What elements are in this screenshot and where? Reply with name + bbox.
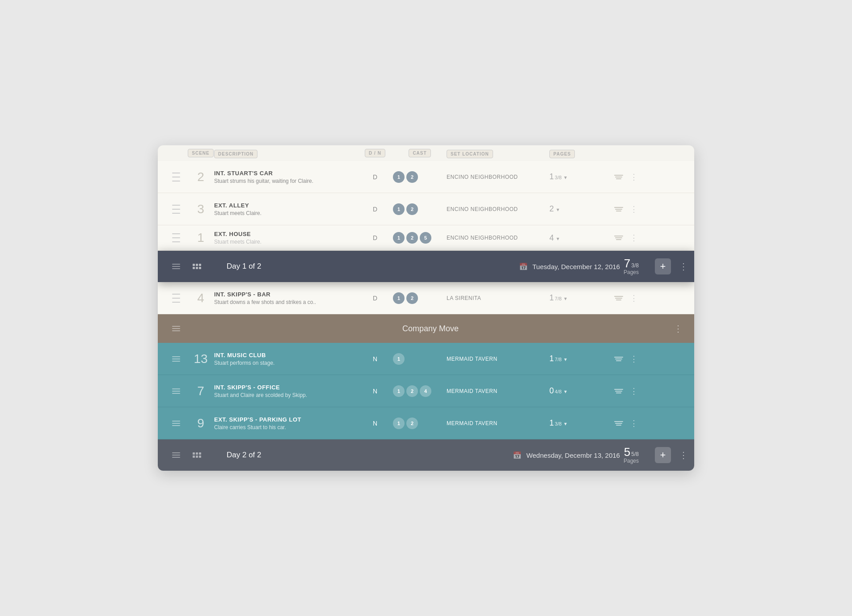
scene-description: Stuart meets Claire. (214, 239, 357, 245)
day2-pages-frac: 5/8 (631, 451, 639, 457)
more-options-button[interactable]: ⋮ (630, 354, 643, 364)
scene-info: EXT. ALLEY Stuart meets Claire. (214, 202, 357, 216)
pages-chevron[interactable]: ▾ (564, 295, 567, 302)
col-scene-header[interactable]: SCENE (187, 149, 214, 157)
scene-info: INT. SKIPP'S - BAR Stuart downs a few sh… (214, 291, 357, 305)
col-location-header[interactable]: SET LOCATION (447, 149, 549, 157)
cast-item[interactable]: 1 (393, 203, 405, 215)
day-more-options[interactable]: ⋮ (679, 261, 687, 272)
day-pages: 7 3/8 Pages (624, 257, 639, 275)
cast-list: 1 2 (393, 171, 447, 183)
day-night-value: N (357, 355, 393, 363)
layers-icon[interactable] (607, 207, 630, 211)
cast-item[interactable]: 2 (406, 418, 418, 429)
pages-main: 1 (549, 418, 554, 428)
pages-main: 4 (549, 233, 554, 243)
pages-chevron[interactable]: ▾ (564, 388, 567, 395)
cast-item[interactable]: 1 (393, 385, 405, 397)
cast-item[interactable]: 4 (420, 385, 431, 397)
day-label: Day 1 of 2 (227, 262, 498, 271)
layers-icon[interactable] (607, 175, 630, 179)
more-options-button[interactable]: ⋮ (630, 233, 643, 243)
pages-main: 1 (549, 172, 554, 181)
cast-item[interactable]: 1 (393, 171, 405, 183)
pages-cell: 4 ▾ (549, 233, 607, 243)
day-bar-2[interactable]: Day 2 of 2 📅 Wednesday, Decembr 13, 2016… (158, 439, 694, 471)
col-pages-header[interactable]: PAGES (549, 149, 607, 157)
drag-handle-company[interactable] (165, 326, 187, 331)
drag-handle[interactable] (165, 204, 187, 215)
cast-item[interactable]: 2 (406, 385, 418, 397)
day-night-value: D (357, 173, 393, 181)
layers-icon[interactable] (607, 357, 630, 361)
day2-pages-num: 5 (624, 446, 630, 458)
pages-chevron[interactable]: ▾ (564, 356, 567, 363)
cast-item[interactable]: 1 (393, 418, 405, 429)
scene-title: EXT. ALLEY (214, 202, 357, 209)
layers-icon[interactable] (607, 421, 630, 426)
pages-chevron[interactable]: ▾ (564, 421, 567, 427)
drag-handle-day[interactable] (165, 264, 187, 269)
day-bar-1[interactable]: ☜ Day 1 of 2 📅 Tuesday, December 12, 201… (158, 251, 694, 282)
scene-title: INT. STUART'S CAR (214, 170, 357, 177)
pages-main: 0 (549, 386, 554, 396)
location-value: ENCINO NEIGHBORHOOD (447, 174, 549, 180)
cast-item[interactable]: 5 (420, 232, 431, 244)
pages-cell: 1 7/8 ▾ (549, 293, 607, 303)
scene-description: Stuart strums his guitar, waiting for Cl… (214, 178, 357, 184)
cast-list: 1 2 (393, 418, 447, 429)
drag-handle[interactable] (165, 232, 187, 243)
scene-description: Claire carries Stuart to his car. (214, 424, 357, 430)
col-cast-header[interactable]: CAST (393, 149, 447, 157)
day-add-button[interactable]: + (655, 258, 671, 274)
drag-handle[interactable] (165, 293, 187, 304)
day2-date: 📅 Wednesday, Decembr 13, 2016 (495, 451, 620, 460)
cast-item[interactable]: 2 (406, 171, 418, 183)
day2-label: Day 2 of 2 (227, 451, 491, 460)
scene-number: 1 (187, 231, 214, 245)
main-container: SCENE DESCRIPTION D / N CAST SET LOCATIO… (158, 145, 694, 471)
scene-info: EXT. SKIPP'S - PARKING LOT Claire carrie… (214, 416, 357, 430)
pages-cell: 1 7/8 ▾ (549, 354, 607, 363)
cast-item[interactable]: 2 (406, 203, 418, 215)
cast-item[interactable]: 1 (393, 292, 405, 304)
cast-item[interactable]: 2 (406, 232, 418, 244)
cast-item[interactable]: 1 (393, 353, 405, 365)
layers-icon[interactable] (607, 236, 630, 240)
cast-list: 1 (393, 353, 447, 365)
company-more-options[interactable]: ⋮ (674, 323, 687, 334)
col-dm-header[interactable]: D / N (357, 149, 393, 157)
scene-title: INT. MUSIC CLUB (214, 352, 357, 359)
drag-handle[interactable] (165, 421, 187, 426)
cast-item[interactable]: 1 (393, 232, 405, 244)
day-night-value: N (357, 420, 393, 427)
cast-item[interactable]: 2 (406, 292, 418, 304)
pages-main: 2 (549, 204, 554, 214)
pages-chevron[interactable]: ▾ (557, 207, 559, 213)
cast-list: 1 2 5 (393, 232, 447, 244)
scene-number: 9 (187, 416, 214, 430)
drag-handle[interactable] (165, 388, 187, 394)
col-description-header[interactable]: DESCRIPTION (214, 149, 357, 157)
company-move-row: Company Move ⋮ (158, 314, 694, 343)
drag-handle[interactable] (165, 172, 187, 182)
more-options-button[interactable]: ⋮ (630, 293, 643, 303)
layers-icon[interactable] (607, 389, 630, 393)
scene-title: EXT. HOUSE (214, 231, 357, 237)
more-options-button[interactable]: ⋮ (630, 172, 643, 182)
pages-chevron[interactable]: ▾ (557, 236, 559, 242)
cast-list: 1 2 (393, 292, 447, 304)
more-options-button[interactable]: ⋮ (630, 204, 643, 214)
drag-handle[interactable] (165, 356, 187, 362)
pages-chevron[interactable]: ▾ (564, 174, 567, 181)
more-options-button[interactable]: ⋮ (630, 386, 643, 396)
more-options-button[interactable]: ⋮ (630, 418, 643, 428)
day2-add-button[interactable]: + (655, 447, 671, 463)
day2-more-options[interactable]: ⋮ (679, 450, 687, 460)
day-date-text: Tuesday, December 12, 2016 (532, 263, 620, 270)
drag-handle-day2[interactable] (165, 452, 187, 458)
calendar-icon: 📅 (519, 262, 528, 271)
pages-cell: 2 ▾ (549, 204, 607, 214)
layers-icon[interactable] (607, 296, 630, 300)
day-night-value: D (357, 206, 393, 213)
